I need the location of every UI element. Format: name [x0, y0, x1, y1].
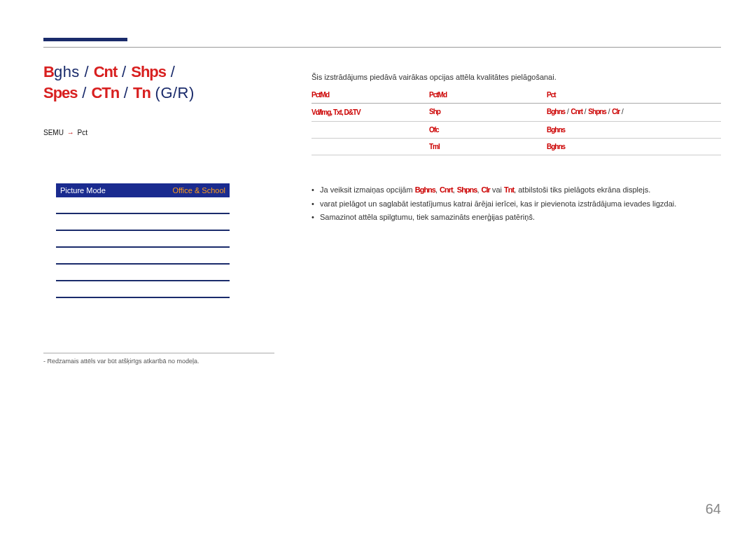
header-accent-bar [43, 38, 127, 41]
menu-value: Office & School [172, 186, 225, 195]
menu-row-picture-mode: Picture Mode Office & School [56, 183, 230, 197]
note-item: Samazinot attēla spilgtumu, tiek samazin… [312, 211, 721, 223]
model-disclaimer: Redzamais attēls var būt atšķirīgs atkar… [43, 353, 274, 365]
page-heading: Bghs / Cnt / Shps / Spes / CTn / Tn (G/R… [43, 62, 195, 103]
intro-text: Šis izstrādājums piedāvā vairākas opcija… [312, 73, 556, 81]
menu-row-blank: . [56, 281, 230, 298]
menu-row-blank: . [56, 265, 230, 281]
page-number: 64 [706, 501, 721, 517]
menu-row-blank: . [56, 248, 230, 265]
arrow-icon: → [67, 129, 74, 136]
header-rule [43, 47, 721, 48]
menu-row-blank: . [56, 214, 230, 231]
note-item: Ja veiksit izmaiņas opcijām Bghns, Cnrt,… [312, 184, 721, 196]
notes-list: Ja veiksit izmaiņas opcijām Bghns, Cnrt,… [312, 184, 721, 225]
note-item: varat pielāgot un saglabāt iestatījumus … [312, 198, 721, 210]
menu-row-blank: . [56, 197, 230, 214]
menu-label: Picture Mode [60, 186, 172, 195]
table-header: PctMd PctMd Pct [312, 88, 721, 104]
table-row: Ofc Bghns [312, 122, 721, 139]
table-row: Tml Bghns [312, 139, 721, 155]
settings-table: PctMd PctMd Pct Vd/Img, Txt, D&TV Shp Bg… [312, 88, 721, 155]
table-row: Vd/Img, Txt, D&TV Shp Bghns / Cnrt / Shp… [312, 104, 721, 122]
breadcrumb: SEMU → Pct [43, 129, 88, 136]
menu-row-blank: . [56, 231, 230, 248]
osd-menu-preview: Picture Mode Office & School . . . . . . [56, 183, 230, 298]
